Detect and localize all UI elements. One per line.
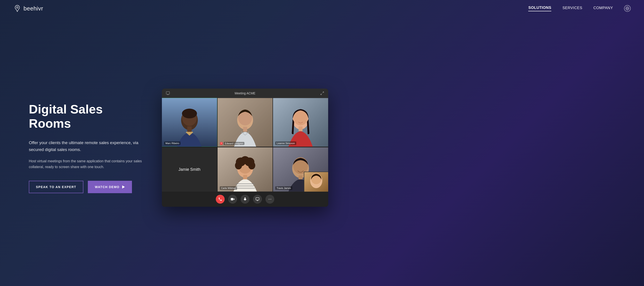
meeting-header-icon bbox=[166, 91, 170, 95]
nav-links: SOLUTIONS SERVICES COMPANY bbox=[528, 5, 631, 12]
video-toggle-button[interactable] bbox=[228, 195, 237, 204]
logo-text: beehivr bbox=[24, 5, 43, 12]
video-mockup: Meeting ACME bbox=[162, 89, 328, 207]
svg-rect-11 bbox=[187, 126, 192, 132]
mute-button[interactable] bbox=[240, 195, 250, 204]
person-3-avatar bbox=[273, 98, 328, 147]
name-label-3: Leanne Simpson bbox=[275, 141, 296, 145]
video-icon bbox=[231, 197, 235, 201]
person-2-avatar bbox=[218, 98, 273, 147]
hero-subtitle: Offer your clients the ultimate remote s… bbox=[29, 139, 144, 153]
hero-title: Digital Sales Rooms bbox=[29, 102, 144, 131]
svg-point-45 bbox=[270, 199, 270, 199]
name-label-6: Travis James bbox=[275, 186, 292, 190]
muted-label-2: Edward Lindgren bbox=[220, 142, 244, 145]
svg-rect-29 bbox=[243, 175, 247, 179]
more-options-button[interactable] bbox=[266, 195, 274, 204]
meeting-title: Meeting ACME bbox=[170, 92, 320, 95]
svg-point-28 bbox=[235, 161, 242, 169]
hero-section: Digital Sales Rooms Offer your clients t… bbox=[0, 17, 644, 283]
meeting-window: Meeting ACME bbox=[162, 89, 328, 207]
svg-rect-33 bbox=[299, 175, 303, 179]
video-cell-6: Travis James bbox=[273, 147, 328, 192]
svg-point-46 bbox=[271, 199, 271, 199]
svg-point-44 bbox=[268, 199, 269, 199]
mic-icon bbox=[243, 197, 247, 201]
name-label-1: Marc Ribeiro bbox=[164, 141, 180, 145]
more-icon bbox=[268, 197, 272, 201]
svg-line-5 bbox=[323, 92, 324, 93]
person-1-avatar bbox=[162, 98, 217, 147]
svg-point-10 bbox=[182, 109, 197, 118]
name-label-2: Edward Lindgren bbox=[224, 142, 244, 145]
page-wrapper: beehivr SOLUTIONS SERVICES COMPANY Digit… bbox=[0, 0, 644, 286]
meeting-header: Meeting ACME bbox=[162, 89, 328, 98]
person-5-avatar bbox=[218, 147, 273, 192]
meeting-header-left bbox=[166, 91, 170, 95]
svg-point-15 bbox=[238, 109, 252, 125]
svg-point-0 bbox=[16, 7, 18, 8]
nav-services[interactable]: SERVICES bbox=[562, 6, 582, 11]
video-cell-2: Edward Lindgren bbox=[218, 98, 273, 147]
watch-demo-label: WATCH DEMO bbox=[95, 185, 120, 189]
svg-rect-41 bbox=[256, 198, 259, 200]
phone-end-icon bbox=[218, 197, 222, 201]
cta-buttons: SPEAK TO AN EXPERT WATCH DEMO bbox=[29, 181, 144, 193]
screen-share-icon bbox=[256, 197, 260, 201]
nav-company[interactable]: COMPANY bbox=[594, 6, 613, 11]
video-grid: Marc Ribeiro bbox=[162, 98, 328, 192]
corner-person-preview bbox=[304, 172, 328, 192]
navbar: beehivr SOLUTIONS SERVICES COMPANY bbox=[0, 0, 644, 17]
svg-point-27 bbox=[248, 161, 255, 169]
hero-content: Digital Sales Rooms Offer your clients t… bbox=[29, 102, 144, 193]
video-cell-3: Leanne Simpson bbox=[273, 98, 328, 147]
globe-icon[interactable] bbox=[624, 5, 631, 12]
video-cell-1: Marc Ribeiro bbox=[162, 98, 217, 147]
play-icon bbox=[122, 185, 125, 188]
svg-rect-20 bbox=[299, 126, 303, 131]
end-call-button[interactable] bbox=[216, 195, 225, 204]
svg-rect-38 bbox=[231, 198, 233, 200]
svg-marker-37 bbox=[233, 198, 234, 200]
hero-description: Host virtual meetings from the same appl… bbox=[29, 158, 144, 170]
name-label-4: Jamie Smith bbox=[178, 167, 200, 172]
controls-bar bbox=[162, 192, 328, 207]
nav-solutions[interactable]: SOLUTIONS bbox=[528, 6, 551, 11]
video-cell-4: Jamie Smith bbox=[162, 147, 217, 192]
name-label-5: Carla Wildner bbox=[220, 186, 237, 190]
video-cell-5: Carla Wildner bbox=[218, 147, 273, 192]
expand-icon[interactable] bbox=[320, 91, 324, 95]
logo-area: beehivr bbox=[13, 5, 43, 13]
svg-line-6 bbox=[321, 94, 322, 95]
screen-share-button[interactable] bbox=[253, 195, 262, 204]
logo-icon bbox=[13, 5, 21, 13]
watch-demo-button[interactable]: WATCH DEMO bbox=[88, 181, 132, 193]
speak-to-expert-button[interactable]: SPEAK TO AN EXPERT bbox=[29, 181, 84, 193]
svg-rect-16 bbox=[243, 127, 247, 132]
svg-rect-4 bbox=[166, 92, 170, 94]
